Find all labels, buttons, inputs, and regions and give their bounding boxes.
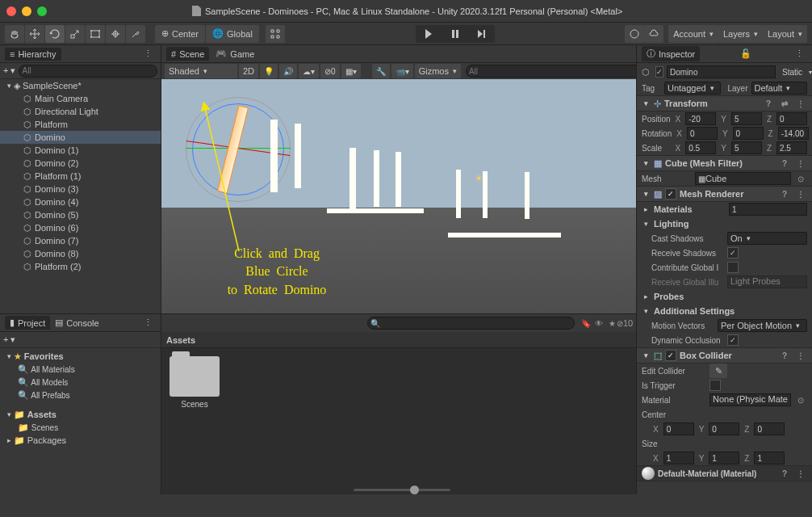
help-icon[interactable]: ? <box>762 97 775 110</box>
filter-icon[interactable]: 🔖 <box>580 317 592 330</box>
hierarchy-tab[interactable]: ≡Hierarchy <box>5 48 61 61</box>
additional-foldout[interactable]: ▾Additional Settings <box>637 304 812 318</box>
transform-header[interactable]: ▾⊹ Transform ? ⇄ ⋮ <box>637 95 812 111</box>
center-z[interactable] <box>754 422 785 435</box>
probes-foldout[interactable]: ▸Probes <box>637 289 812 304</box>
hierarchy-item[interactable]: Domino (2) <box>0 157 161 170</box>
game-tab[interactable]: 🎮Game <box>211 47 259 61</box>
materials-foldout[interactable]: ▸Materials <box>637 202 812 216</box>
dynamic-occlusion-checkbox[interactable]: ✓ <box>727 334 739 346</box>
hierarchy-item[interactable]: Domino (7) <box>0 234 161 247</box>
cloud-button[interactable] <box>644 25 663 43</box>
pivot-toggle[interactable]: ⊕Center <box>155 25 205 43</box>
static-dropdown[interactable]: Static <box>779 68 806 77</box>
contribute-gi-checkbox[interactable] <box>727 262 739 273</box>
renderer-enabled[interactable]: ✓ <box>665 188 676 200</box>
hierarchy-item[interactable]: Platform (2) <box>0 260 161 273</box>
material-header[interactable]: Default-Material (Material) ?⋮ <box>637 465 812 481</box>
thumbnail-slider[interactable] <box>354 489 450 491</box>
hierarchy-search[interactable] <box>19 65 157 78</box>
handle-toggle[interactable]: 🌐Global <box>206 25 259 43</box>
meshfilter-header[interactable]: ▾▦ Cube (Mesh Filter) ?⋮ <box>637 155 812 171</box>
materials-count[interactable] <box>729 203 807 216</box>
hierarchy-item[interactable]: Main Camera <box>0 92 161 105</box>
mesh-field[interactable]: ▦ Cube <box>695 172 791 185</box>
minimize-window-button[interactable] <box>22 6 31 16</box>
create-dropdown[interactable]: + ▾ <box>3 65 15 76</box>
center-y[interactable] <box>709 422 739 435</box>
rotation-y[interactable] <box>733 127 764 140</box>
cast-shadows-dropdown[interactable]: On <box>727 232 807 245</box>
size-z[interactable] <box>754 452 785 464</box>
move-tool[interactable] <box>25 25 44 43</box>
hierarchy-item[interactable]: Platform <box>0 118 161 131</box>
scale-x[interactable] <box>685 141 716 154</box>
renderer-header[interactable]: ▾▨ ✓ Mesh Renderer ?⋮ <box>637 186 812 202</box>
account-dropdown[interactable]: Account <box>668 25 718 43</box>
favorite-item[interactable]: 🔍 All Prefabs <box>0 389 161 401</box>
center-x[interactable] <box>663 422 694 435</box>
scale-z[interactable] <box>776 141 807 154</box>
project-tab[interactable]: ▮Project <box>5 316 50 330</box>
panel-menu-icon[interactable]: ⋮ <box>140 48 156 59</box>
favorites-folder[interactable]: ▾★ Favorites <box>0 350 161 363</box>
rotation-z[interactable] <box>778 127 809 140</box>
rotate-tool[interactable] <box>45 25 65 43</box>
shading-dropdown[interactable]: Shaded <box>165 64 237 78</box>
hierarchy-item[interactable]: Domino (8) <box>0 247 161 260</box>
size-y[interactable] <box>709 452 739 464</box>
preset-icon[interactable]: ⇄ <box>778 97 791 110</box>
position-y[interactable] <box>731 112 762 125</box>
gameobject-name-field[interactable] <box>667 65 776 78</box>
position-z[interactable] <box>776 112 807 125</box>
folder-item[interactable]: Scenes <box>170 356 220 409</box>
scale-y[interactable] <box>731 141 762 154</box>
audio-toggle[interactable]: 🔊 <box>279 64 297 78</box>
breadcrumb[interactable]: Assets <box>166 335 195 345</box>
hierarchy-item[interactable]: Domino (5) <box>0 208 161 221</box>
position-x[interactable] <box>685 112 716 125</box>
asset-folder-item[interactable]: 📁 Scenes <box>0 421 161 434</box>
snap-toggle[interactable] <box>266 25 285 43</box>
hierarchy-item[interactable]: Domino (6) <box>0 221 161 234</box>
rect-tool[interactable] <box>86 25 105 43</box>
object-picker-icon[interactable]: ⊙ <box>794 172 807 185</box>
visibility-icon[interactable]: 👁 <box>592 317 605 330</box>
hierarchy-item[interactable]: Domino (1) <box>0 144 161 157</box>
layers-dropdown[interactable]: Layers <box>718 25 763 43</box>
edit-collider-button[interactable]: ✎ <box>709 364 727 378</box>
project-tree[interactable]: ▾★ Favorites 🔍 All Materials🔍 All Models… <box>0 348 161 448</box>
scale-tool[interactable] <box>65 25 85 43</box>
layout-dropdown[interactable]: Layout <box>763 25 807 43</box>
2d-toggle[interactable]: 2D <box>239 64 258 78</box>
panel-menu-icon[interactable]: ⋮ <box>792 48 807 59</box>
hierarchy-tree[interactable]: ▾ ◈ SampleScene* Main CameraDirectional … <box>0 79 161 313</box>
inspector-tab[interactable]: ⓘInspector <box>642 46 700 61</box>
collab-button[interactable] <box>625 25 644 43</box>
object-picker-icon[interactable]: ⊙ <box>794 393 807 406</box>
hand-tool[interactable] <box>5 25 24 43</box>
receive-shadows-checkbox[interactable]: ✓ <box>727 247 739 258</box>
hidden-toggle[interactable]: ⊘0 <box>320 64 340 78</box>
fx-toggle[interactable]: ☁▾ <box>299 64 319 78</box>
lighting-foldout[interactable]: ▾Lighting <box>637 216 812 231</box>
gizmos-dropdown[interactable]: Gizmos <box>415 64 461 78</box>
hierarchy-item[interactable]: Domino (3) <box>0 183 161 195</box>
tools-icon[interactable]: 🔧 <box>372 64 390 78</box>
hierarchy-item[interactable]: Directional Light <box>0 105 161 118</box>
size-x[interactable] <box>663 452 694 464</box>
create-dropdown[interactable]: + ▾ <box>3 334 15 345</box>
gameobject-icon[interactable] <box>642 67 650 77</box>
play-button[interactable] <box>416 25 442 43</box>
packages-folder[interactable]: ▸📁 Packages <box>0 434 161 447</box>
grid-toggle[interactable]: ▦▾ <box>341 64 361 78</box>
hierarchy-item[interactable]: Domino <box>0 131 161 144</box>
hierarchy-item[interactable]: Domino (4) <box>0 195 161 208</box>
pause-button[interactable] <box>442 25 468 43</box>
close-window-button[interactable] <box>6 6 16 16</box>
panel-menu-icon[interactable]: ⋮ <box>140 317 156 328</box>
scene-tab[interactable]: #Scene <box>166 47 209 61</box>
collider-enabled[interactable]: ✓ <box>665 350 676 361</box>
transform-tool[interactable] <box>106 25 125 43</box>
motion-vectors-dropdown[interactable]: Per Object Motion <box>718 319 807 332</box>
